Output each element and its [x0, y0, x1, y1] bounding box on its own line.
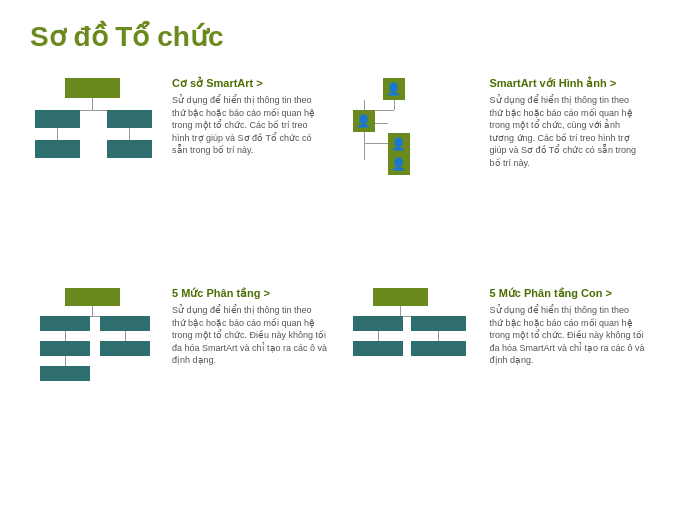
org3-box1 [65, 288, 120, 306]
org2-icon1: 👤 [383, 78, 405, 100]
org2-person3: 👤 [388, 133, 410, 155]
org4-box1 [373, 288, 428, 306]
diagram-5level [30, 283, 160, 383]
card2-title[interactable]: SmartArt với Hình ảnh > [490, 77, 646, 90]
org3-box6 [40, 366, 90, 381]
org1-line-v [92, 98, 93, 110]
card3-text: 5 Mức Phân tầng > Sử dụng để hiển thị th… [172, 283, 328, 367]
org2-person4: 👤 [388, 153, 410, 175]
org1-mid-left-box [35, 110, 80, 128]
org2-icon3: 👤 [388, 133, 410, 155]
card3-title[interactable]: 5 Mức Phân tầng > [172, 287, 328, 300]
org4-box3 [411, 316, 466, 331]
page: Sơ đồ Tổ chức Cơ sở SmartArt > [0, 0, 675, 520]
org3-box4 [40, 341, 90, 356]
diagram-5level-child [348, 283, 478, 383]
org1-bot-left-box [35, 140, 80, 158]
org2-person2: 👤 [353, 110, 375, 132]
card4-desc: Sử dụng để hiển thị thông tin theo thứ b… [490, 304, 646, 367]
card2-text: SmartArt với Hình ảnh > Sử dụng để hiển … [490, 73, 646, 170]
org2-line-v [394, 100, 395, 110]
card1-desc: Sử dụng để hiển thị thông tin theo thứ b… [172, 94, 328, 157]
org1-bot-right-box [107, 140, 152, 158]
org1-top-box [65, 78, 120, 98]
org2-person1: 👤 [383, 78, 405, 100]
card3-desc: Sử dụng để hiển thị thông tin theo thứ b… [172, 304, 328, 367]
card4-text: 5 Mức Phân tầng Con > Sử dụng để hiển th… [490, 283, 646, 367]
card1-title[interactable]: Cơ sở SmartArt > [172, 77, 328, 90]
org4-box4 [411, 341, 466, 356]
diagram-basic [30, 73, 160, 173]
org3-box5 [100, 341, 150, 356]
org-chart-2: 👤 👤 👤 👤 [353, 78, 473, 173]
page-title: Sơ đồ Tổ chức [30, 20, 645, 53]
card-5level: 5 Mức Phân tầng > Sử dụng để hiển thị th… [30, 283, 328, 483]
org-chart-4 [353, 288, 473, 383]
org3-box3 [100, 316, 150, 331]
org2-icon2: 👤 [353, 110, 375, 132]
org-chart-1 [35, 78, 155, 173]
org4-line-v [400, 306, 401, 316]
card1-text: Cơ sở SmartArt > Sử dụng để hiển thị thô… [172, 73, 328, 157]
org-chart-3 [35, 288, 155, 383]
card2-desc: Sử dụng để hiển thị thông tin theo thứ b… [490, 94, 646, 170]
org2-line-r3 [364, 143, 388, 144]
diagram-images: 👤 👤 👤 👤 [348, 73, 478, 173]
org1-mid-right-box [107, 110, 152, 128]
card4-title[interactable]: 5 Mức Phân tầng Con > [490, 287, 646, 300]
org4-box2 [353, 316, 403, 331]
org4-box5 [353, 341, 403, 356]
org3-box2 [40, 316, 90, 331]
org3-line-v [92, 306, 93, 316]
cards-grid: Cơ sở SmartArt > Sử dụng để hiển thị thô… [30, 73, 645, 483]
card-5level-child: 5 Mức Phân tầng Con > Sử dụng để hiển th… [348, 283, 646, 483]
org2-icon4: 👤 [388, 153, 410, 175]
card-basic-smartart: Cơ sở SmartArt > Sử dụng để hiển thị thô… [30, 73, 328, 273]
card-smartart-images: 👤 👤 👤 👤 [348, 73, 646, 273]
